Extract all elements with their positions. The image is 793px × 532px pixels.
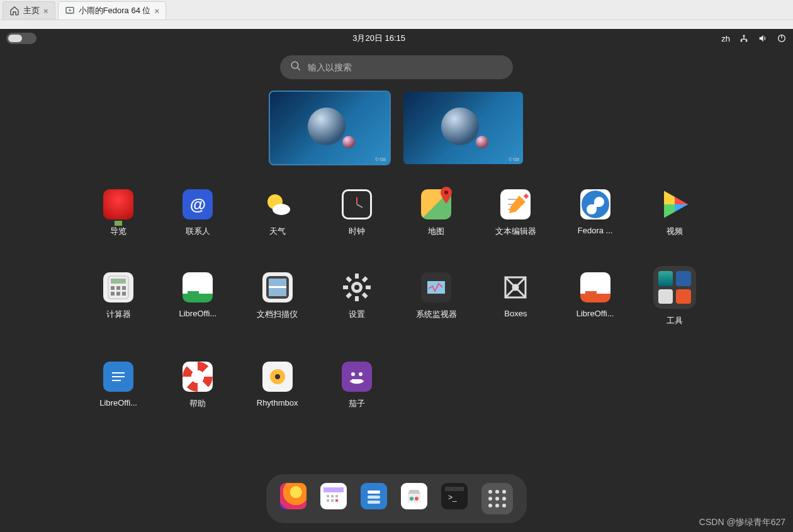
topbar: 3月20日 16:15 zh <box>0 29 793 48</box>
app-boxes[interactable]: Boxes <box>479 272 552 326</box>
svg-rect-60 <box>323 487 344 492</box>
svg-rect-55 <box>346 365 368 388</box>
svg-line-11 <box>357 204 363 208</box>
svg-rect-68 <box>368 490 380 494</box>
svg-point-9 <box>273 204 290 215</box>
app-help[interactable]: 帮助 <box>161 362 234 409</box>
svg-rect-24 <box>111 292 115 296</box>
dock-files[interactable] <box>361 483 387 509</box>
vm-toolbar-strip <box>0 20 793 29</box>
svg-rect-66 <box>335 499 338 502</box>
svg-rect-32 <box>355 274 359 279</box>
app-video[interactable]: 视频 <box>638 189 711 237</box>
app-system-monitor[interactable]: 系统监视器 <box>400 272 473 326</box>
dock-firefox[interactable] <box>280 483 307 509</box>
dock-appgrid[interactable] <box>481 483 513 514</box>
svg-rect-22 <box>116 286 120 290</box>
svg-point-73 <box>410 497 413 501</box>
svg-rect-63 <box>335 495 338 497</box>
boxes-icon <box>500 272 531 302</box>
svg-rect-36 <box>362 276 368 282</box>
close-icon[interactable]: × <box>43 6 48 16</box>
dock-terminal[interactable]: >_ <box>441 483 468 509</box>
svg-line-7 <box>297 67 300 70</box>
svg-rect-30 <box>269 286 286 288</box>
svg-rect-62 <box>331 495 334 497</box>
app-clock[interactable]: 时钟 <box>320 189 393 237</box>
svg-rect-2 <box>741 40 743 42</box>
search-bar[interactable] <box>280 55 513 79</box>
app-libreoffice[interactable]: LibreOffi... <box>82 362 155 409</box>
svg-rect-25 <box>116 292 120 296</box>
network-icon <box>739 33 749 43</box>
app-libreoffice-writer[interactable]: LibreOffi... <box>161 272 234 326</box>
svg-text:>_: >_ <box>448 493 457 502</box>
app-rhythmbox[interactable]: Rhythmbox <box>241 362 314 409</box>
home-icon <box>9 6 20 16</box>
svg-point-12 <box>444 191 448 194</box>
svg-point-56 <box>351 372 355 376</box>
fedora-icon <box>580 189 610 219</box>
topbar-status[interactable]: zh <box>721 33 787 43</box>
gnome-desktop: 3月20日 16:15 zh © f38 © f38 导览 @联系人 天气 时钟… <box>0 29 793 532</box>
dock-calendar[interactable] <box>320 483 347 509</box>
calculator-icon <box>103 272 133 302</box>
svg-rect-20 <box>111 279 126 284</box>
svg-rect-35 <box>343 285 348 289</box>
workspace-2[interactable]: © f38 <box>403 92 523 164</box>
app-document-scanner[interactable]: 文档扫描仪 <box>241 272 314 326</box>
topbar-clock[interactable]: 3月20日 16:15 <box>352 33 405 44</box>
search-input[interactable] <box>308 62 503 72</box>
balloon-icon <box>103 189 133 219</box>
svg-rect-61 <box>327 495 329 497</box>
svg-point-57 <box>359 372 363 376</box>
app-folder-tools[interactable]: 工具 <box>638 272 711 326</box>
svg-point-74 <box>415 497 419 501</box>
app-maps[interactable]: 地图 <box>400 189 473 237</box>
monitor-icon <box>421 272 451 302</box>
svg-rect-64 <box>327 499 329 502</box>
vm-tab-active[interactable]: 小雨的Fedora 64 位 × <box>58 1 166 19</box>
vm-tabbar: 主页 × 小雨的Fedora 64 位 × <box>0 0 793 20</box>
dock-software[interactable] <box>401 483 427 509</box>
clock-icon <box>342 189 372 219</box>
text-editor-icon <box>500 189 531 219</box>
svg-rect-72 <box>408 494 420 502</box>
svg-rect-70 <box>368 501 380 504</box>
svg-rect-3 <box>746 40 748 42</box>
app-settings[interactable]: 设置 <box>320 272 393 326</box>
svg-rect-69 <box>368 496 380 499</box>
svg-point-46 <box>513 285 518 290</box>
vm-tab-home[interactable]: 主页 × <box>3 1 55 19</box>
vm-tab-home-label: 主页 <box>23 5 40 16</box>
app-libreoffice-impress[interactable]: LibreOffi... <box>559 272 632 326</box>
app-grid: 导览 @联系人 天气 时钟 地图 文本编辑器 Fedora ... 视频 计算器… <box>82 189 711 409</box>
svg-rect-34 <box>366 285 371 289</box>
search-icon <box>290 60 301 74</box>
app-weather[interactable]: 天气 <box>241 189 314 237</box>
app-calculator[interactable]: 计算器 <box>82 272 155 326</box>
workspaces: © f38 © f38 <box>0 92 793 164</box>
maps-icon <box>421 189 451 219</box>
app-tour[interactable]: 导览 <box>82 189 155 237</box>
libreoffice-impress-icon <box>580 272 610 302</box>
svg-rect-27 <box>188 291 199 297</box>
workspace-1[interactable]: © f38 <box>270 92 390 164</box>
vm-tab-active-label: 小雨的Fedora 64 位 <box>79 5 151 16</box>
ime-indicator[interactable]: zh <box>721 34 730 43</box>
svg-rect-21 <box>111 286 115 290</box>
power-icon <box>777 33 787 43</box>
gear-icon <box>342 272 372 302</box>
libreoffice-writer-icon <box>103 362 133 392</box>
svg-point-6 <box>291 62 298 69</box>
app-contacts[interactable]: @联系人 <box>161 189 234 237</box>
video-icon <box>660 189 690 219</box>
close-icon[interactable]: × <box>154 6 159 16</box>
app-cheese[interactable]: 茄子 <box>320 362 393 409</box>
app-text-editor[interactable]: 文本编辑器 <box>479 189 552 237</box>
volume-icon <box>758 33 768 43</box>
app-fedora[interactable]: Fedora ... <box>559 189 632 237</box>
svg-rect-33 <box>355 296 359 301</box>
svg-rect-23 <box>122 286 126 290</box>
activities-pill[interactable] <box>6 33 37 44</box>
